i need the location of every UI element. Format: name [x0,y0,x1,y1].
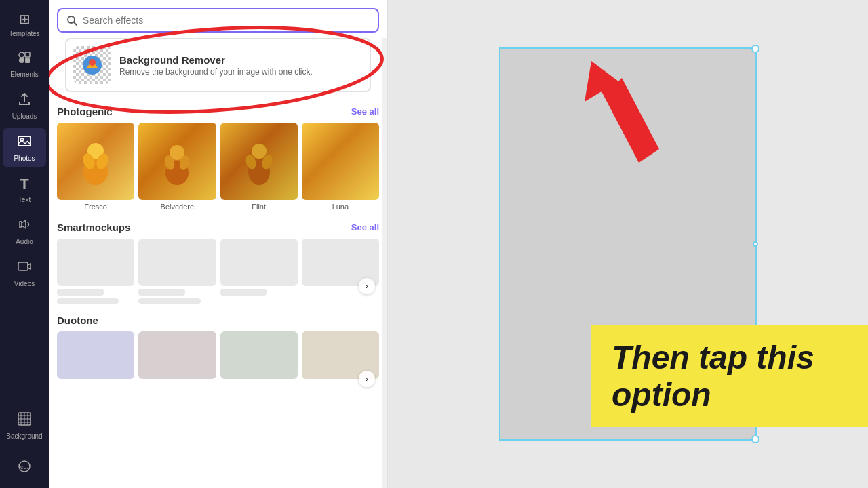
search-bar-container [49,0,387,38]
mockup-item-3[interactable] [220,239,298,304]
canvas-handle-mid-right[interactable] [753,241,758,247]
photo-thumb-fresco [57,123,134,200]
svg-rect-1 [25,52,30,57]
mockup-thumb-1 [57,239,134,286]
sidebar-label-text: Text [18,196,31,203]
svg-line-17 [74,22,77,25]
background-icon [17,411,32,430]
search-input[interactable] [83,15,370,26]
photo-item-luna[interactable]: Luna [302,123,379,211]
canvas-handle-bottom-right[interactable] [751,435,760,443]
photo-label-belvedere: Belvedere [161,203,195,211]
svg-rect-4 [18,136,31,146]
canvas-handle-top-right[interactable] [751,45,760,53]
sidebar-item-brand[interactable]: co. [3,453,46,483]
sidebar-item-elements[interactable]: Elements [3,45,46,83]
duotone-thumb-3 [220,331,298,379]
brand-icon: co. [17,459,32,477]
annotation-text: Then tap this option [612,340,814,413]
search-icon [66,15,77,26]
duotone-thumb-4: › [302,331,379,379]
photo-label-fresco: Fresco [84,203,107,211]
photo-item-fresco[interactable]: Fresco [57,123,134,211]
sidebar-label-background: Background [6,432,42,440]
sidebar-label-videos: Videos [14,280,35,287]
duotone-title: Duotone [57,314,98,326]
suggestion-title: Background Remover [119,54,313,66]
sidebar: ⊞ Templates Elements Uploads [0,0,49,488]
photo-item-belvedere[interactable]: Belvedere [138,123,216,211]
smartmockups-header: Smartmockups See all [57,222,379,233]
duotone-section: Duotone › [49,309,387,384]
photos-icon [17,134,32,152]
svg-point-19 [89,59,96,66]
mockup-label-1 [57,289,104,296]
sidebar-label-uploads: Uploads [12,113,37,120]
mockup-label-1b [57,298,119,304]
svg-text:co.: co. [20,464,28,470]
svg-point-30 [252,144,267,159]
mockup-label-2b [138,298,200,304]
smartmockups-grid: › [57,239,379,304]
suggestion-desc: Remove the background of your image with… [119,67,313,77]
duotone-item-1[interactable] [57,331,134,379]
templates-icon: ⊞ [19,11,31,27]
sidebar-label-audio: Audio [16,238,33,245]
sidebar-item-text[interactable]: T Text [3,170,46,209]
sidebar-label-photos: Photos [14,155,35,162]
photogenic-see-all[interactable]: See all [351,106,379,117]
duotone-header: Duotone [57,314,379,326]
text-icon: T [20,176,28,193]
photo-thumb-flint [220,123,298,200]
photo-thumb-luna [302,123,379,200]
scrollbar-track[interactable] [382,0,387,488]
smartmockups-title: Smartmockups [57,222,130,233]
uploads-icon [17,92,32,110]
photo-item-flint[interactable]: Flint [220,123,298,211]
sidebar-item-audio[interactable]: Audio [3,211,46,251]
suggestion-text: Background Remover Remove the background… [119,54,313,77]
duotone-thumb-1 [57,331,134,379]
svg-rect-6 [18,262,28,270]
search-input-wrapper [57,8,379,33]
duotone-next-btn[interactable]: › [359,371,375,387]
photo-label-luna: Luna [332,203,349,211]
svg-point-0 [19,52,24,58]
sidebar-item-videos[interactable]: Videos [3,253,46,293]
sidebar-item-background[interactable]: Background [3,406,46,445]
smartmockups-see-all[interactable]: See all [351,222,379,232]
sidebar-item-uploads[interactable]: Uploads [3,86,46,125]
smartmockups-row-wrapper: › [57,239,379,304]
background-remover-suggestion[interactable]: Background Remover Remove the background… [65,38,371,92]
background-remover-icon [73,46,111,84]
mockup-thumb-2 [138,239,216,286]
photogenic-title: Photogenic [57,106,113,117]
sidebar-label-elements: Elements [10,70,39,78]
duotone-grid: › [57,331,379,379]
duotone-item-3[interactable] [220,331,298,379]
mockups-next-btn[interactable]: › [359,278,375,294]
photogenic-header: Photogenic See all [57,106,379,117]
svg-rect-2 [25,58,30,63]
videos-icon [17,259,32,277]
photogenic-grid: Fresco Belvedere [57,123,379,211]
mockup-item-2[interactable] [138,239,216,304]
svg-point-3 [19,58,24,63]
annotation-banner: Then tap this option [591,325,868,427]
main-panel: Background Remover Remove the background… [49,0,868,488]
audio-icon [17,217,32,235]
duotone-item-4[interactable]: › [302,331,379,379]
effects-panel: Background Remover Remove the background… [49,0,388,488]
canvas-area: Then tap this option [388,0,868,488]
elements-icon [18,51,31,68]
smartmockups-section: Smartmockups See all [49,216,387,309]
mockup-thumb-3 [220,239,298,286]
suggestion-wrapper: Background Remover Remove the background… [57,38,379,92]
duotone-item-2[interactable] [138,331,216,379]
photo-thumb-belvedere [138,123,216,200]
sidebar-item-photos[interactable]: Photos [3,128,46,167]
sidebar-item-templates[interactable]: ⊞ Templates [3,5,46,43]
mockup-item-1[interactable] [57,239,134,304]
mockup-item-4[interactable]: › [302,239,379,304]
mockup-label-2 [138,289,185,296]
